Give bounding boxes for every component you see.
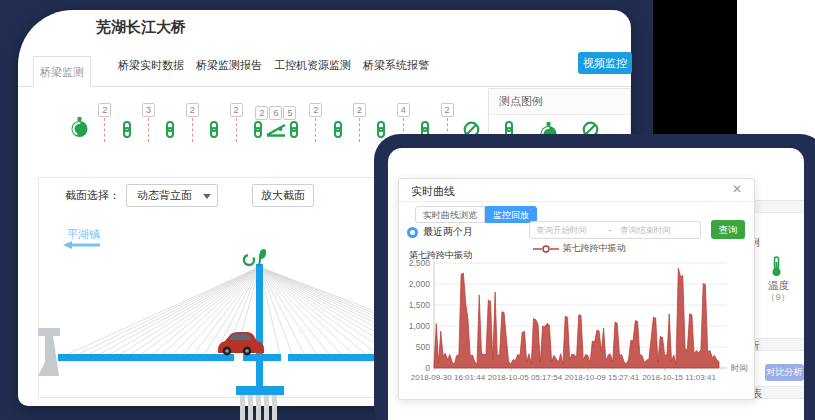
svg-text:2018-10-09 15:27:41: 2018-10-09 15:27:41 — [565, 373, 640, 382]
tower-cap-beam — [236, 386, 284, 395]
svg-text:2018-10-15 11:03:41: 2018-10-15 11:03:41 — [642, 373, 716, 382]
sensor-item-dash: 2 — [186, 90, 199, 142]
backdrop-black — [653, 0, 737, 142]
tab-monitor-report[interactable]: 桥梁监测报告 — [196, 58, 262, 73]
legend-label: 第七跨跨中振动 — [563, 243, 626, 253]
range-separator: - — [606, 225, 614, 235]
sensor-count-badge: 2 — [186, 103, 199, 117]
enlarge-section-button[interactable]: 放大截面 — [252, 184, 314, 207]
sensor-item-chain[interactable] — [375, 90, 387, 142]
sensor-item-cluster[interactable]: 265 — [252, 90, 300, 142]
bridge-diagram — [18, 240, 390, 420]
backdrop-white — [737, 0, 815, 142]
radio-label: 最近两个月 — [423, 225, 473, 239]
start-time-input[interactable] — [530, 225, 606, 235]
sensor-count-badge: 2 — [309, 103, 322, 117]
sidebar-band — [748, 200, 804, 213]
tab-bridge-monitor[interactable]: 桥梁监测 — [33, 56, 91, 87]
chain-sensor-icon[interactable] — [121, 121, 133, 142]
date-range-picker: - — [529, 221, 701, 239]
temperature-count: （9） — [766, 291, 790, 304]
tab-system-alarm[interactable]: 桥梁系统报警 — [363, 58, 429, 73]
sensor-count-badge: 5 — [283, 106, 296, 120]
sensor-count-badge: 2 — [441, 103, 454, 117]
chain-sensor-icon[interactable] — [288, 121, 300, 142]
sensor-item-dash: 2 — [230, 90, 243, 142]
bridge-deck[interactable] — [58, 354, 390, 361]
chart-legend[interactable]: 第七跨跨中振动 — [429, 242, 729, 255]
svg-text:1,000: 1,000 — [409, 321, 431, 331]
sensor-item-dash: 2 — [98, 90, 111, 142]
dialog-header-divider — [399, 201, 754, 202]
chain-sensor-icon[interactable] — [208, 121, 220, 142]
query-button[interactable]: 查询 — [711, 220, 745, 239]
sensor-dash-line — [315, 118, 316, 142]
video-monitor-button[interactable]: 视频监控 — [578, 52, 632, 74]
section-controls: 截面选择： 动态背立面 放大截面 — [65, 184, 314, 207]
legend-marker-icon — [533, 245, 559, 253]
page-title: 芜湖长江大桥 — [96, 18, 186, 37]
svg-text:2,500: 2,500 — [409, 258, 431, 268]
cluster-badges: 265 — [255, 106, 296, 121]
tab-ipc-resource[interactable]: 工控机资源监测 — [274, 58, 351, 73]
sensor-count-badge: 3 — [142, 103, 155, 117]
left-pier — [38, 328, 60, 376]
tab-realtime-curve-browse[interactable]: 实时曲线浏览 — [415, 206, 485, 223]
sensor-dash-line — [104, 118, 105, 142]
bridge-tower[interactable] — [256, 264, 263, 388]
svg-text:2018-09-30 16:01:44: 2018-09-30 16:01:44 — [411, 373, 486, 382]
sensor-count-badge: 2 — [353, 103, 366, 117]
sensor-count-badge: 2 — [98, 103, 111, 117]
section-select-dropdown[interactable]: 动态背立面 — [126, 184, 218, 207]
vibration-chart: 05001,0001,5002,0002,5002018-09-30 16:01… — [405, 259, 750, 387]
section-select-value: 动态背立面 — [137, 189, 192, 201]
chain-sensor-icon[interactable] — [332, 121, 344, 142]
gauge-sensor-icon[interactable] — [70, 116, 89, 142]
sensor-item-chain[interactable] — [121, 90, 133, 142]
sensor-item-dash: 2 — [353, 90, 366, 142]
wind-sensor-icon[interactable] — [244, 255, 254, 265]
svg-text:500: 500 — [416, 342, 430, 352]
sensor-item-dash: 3 — [142, 90, 155, 142]
sensor-count-badge: 2 — [255, 106, 268, 120]
sensor-item-chain[interactable] — [332, 90, 344, 142]
svg-text:2018-10-05 05:17:54: 2018-10-05 05:17:54 — [488, 373, 563, 382]
cluster-icons — [252, 121, 300, 142]
chevron-down-icon — [203, 194, 211, 199]
compare-analysis-button[interactable]: 对比分析 — [765, 364, 804, 381]
sensor-item-dash: 2 — [309, 90, 322, 142]
tower-piles — [240, 395, 277, 420]
chain-sensor-icon[interactable] — [252, 121, 264, 142]
sensor-item-chain[interactable] — [164, 90, 176, 142]
tab-monitor-playback[interactable]: 监控回放 — [485, 206, 537, 223]
end-time-input[interactable] — [614, 225, 690, 235]
gps-sensor-icon[interactable] — [259, 249, 266, 266]
sensor-count-badge: 4 — [397, 103, 410, 117]
close-icon[interactable]: ✕ — [732, 182, 742, 196]
tab-realtime-data[interactable]: 桥梁实时数据 — [118, 58, 184, 73]
tabs-divider — [18, 86, 631, 87]
dialog-tab-group: 实时曲线浏览 监控回放 — [415, 206, 537, 223]
chain-sensor-icon[interactable] — [164, 121, 176, 142]
radio-dot-icon[interactable] — [407, 227, 418, 238]
dialog-title: 实时曲线 — [411, 184, 455, 199]
sensor-dash-line — [148, 118, 149, 142]
legend-panel-title: 测点图例 — [489, 89, 630, 115]
sensor-dash-line — [359, 118, 360, 142]
sensor-count-badge: 6 — [269, 106, 282, 120]
svg-text:1,500: 1,500 — [409, 300, 431, 310]
svg-text:时间: 时间 — [731, 363, 748, 373]
sensor-item-gauge[interactable] — [70, 90, 89, 142]
recent-two-months-radio[interactable]: 最近两个月 — [407, 225, 473, 239]
svg-text:0: 0 — [425, 363, 430, 373]
temperature-icon[interactable] — [770, 256, 783, 281]
bearing-sensor-icon[interactable] — [265, 122, 287, 142]
section-select-label: 截面选择： — [65, 188, 120, 203]
sensor-dash-line — [236, 118, 237, 142]
sensor-dash-line — [192, 118, 193, 142]
svg-text:2,000: 2,000 — [409, 279, 431, 289]
page: 芜湖长江大桥 桥梁监测 桥梁实时数据 桥梁监测报告 工控机资源监测 桥梁系统报警… — [0, 0, 815, 420]
realtime-curve-dialog: 实时曲线 ✕ 实时曲线浏览 监控回放 最近两个月 - 查询 第七跨跨中振动 第七… — [398, 178, 755, 400]
sensor-count-badge: 2 — [230, 103, 243, 117]
sensor-item-chain[interactable] — [208, 90, 220, 142]
